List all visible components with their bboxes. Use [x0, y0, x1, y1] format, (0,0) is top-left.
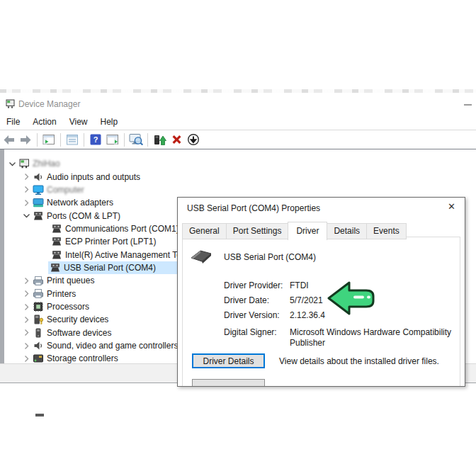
green-arrow-annotation-icon — [327, 279, 376, 321]
tree-item-label-blurred: ZhiHao — [33, 159, 60, 169]
tab-port-settings[interactable]: Port Settings — [226, 223, 289, 239]
forward-icon[interactable] — [18, 132, 33, 147]
driver-provider-value: FTDI — [290, 280, 465, 291]
scan-hardware-icon[interactable] — [128, 132, 144, 147]
speaker-icon — [33, 340, 44, 351]
uninstall-device-icon[interactable] — [169, 132, 184, 147]
console-tree-icon[interactable] — [41, 132, 57, 147]
tree-item-label: Sound, video and game controllers — [47, 341, 178, 351]
chevron-right-icon[interactable] — [21, 276, 31, 285]
menu-action[interactable]: Action — [26, 113, 62, 130]
storage-controller-icon — [33, 353, 44, 364]
network-adapter-icon — [33, 197, 44, 208]
driver-version-label: Driver Version: — [224, 310, 280, 320]
menu-view[interactable]: View — [63, 113, 94, 130]
selected-row-highlight: USB Serial Port (COM4) — [48, 261, 180, 274]
toolbar-separator — [37, 133, 38, 147]
driver-version-value: 2.12.36.4 — [290, 310, 465, 321]
screenshot-canvas: Device Manager File Action View Help ? — [0, 0, 476, 476]
digital-signer-label: Digital Signer: — [224, 327, 277, 337]
chevron-right-icon[interactable] — [21, 185, 31, 195]
driver-date-value: 5/7/2021 — [290, 295, 465, 306]
port-icon — [51, 223, 62, 234]
chevron-down-icon[interactable] — [7, 159, 17, 169]
cropped-tree-item-icon — [35, 414, 44, 416]
security-device-icon — [33, 314, 44, 325]
tree-item-label: Network adapters — [47, 198, 113, 208]
toolbar-separator — [60, 133, 61, 147]
chevron-right-icon[interactable] — [21, 302, 31, 312]
printer-icon — [33, 288, 44, 300]
tree-item-label: Printers — [47, 289, 76, 299]
tree-item-label: Print queues — [47, 276, 94, 285]
usb-serial-port-properties-dialog: USB Serial Port (COM4) Properties ✕ Gene… — [177, 197, 465, 387]
tree-item-label: Security devices — [47, 314, 108, 324]
tree-item-label: Audio inputs and outputs — [47, 172, 140, 182]
dialog-title: USB Serial Port (COM4) Properties — [187, 203, 320, 213]
tree-item-label: Intel(R) Active Management Te — [65, 250, 181, 260]
driver-provider-label: Driver Provider: — [224, 280, 283, 290]
tree-item-label: Storage controllers — [47, 353, 118, 363]
tree-item-label: Communications Port (COM1) — [65, 224, 179, 234]
monitor-icon — [33, 184, 44, 196]
computer-root-icon — [18, 158, 30, 169]
toolbar-separator — [147, 133, 148, 147]
port-icon — [33, 210, 44, 222]
window-title: Device Manager — [18, 99, 80, 109]
digital-signer-value: Microsoft Windows Hardware Compatibility… — [290, 327, 465, 348]
tree-item-label: USB Serial Port (COM4) — [64, 263, 156, 273]
chevron-right-icon[interactable] — [21, 353, 31, 363]
disable-device-icon[interactable] — [186, 132, 201, 147]
toolbar-separator — [84, 133, 84, 147]
tree-item-label: Software devices — [47, 328, 111, 338]
printer-icon — [33, 275, 44, 286]
help-icon[interactable]: ? — [88, 132, 103, 147]
cropped-window-text-strip — [0, 89, 476, 93]
tree-item-label: Processors — [47, 302, 89, 312]
tree-item-label-blurred: Computer — [47, 185, 84, 195]
close-icon[interactable]: ✕ — [448, 202, 455, 212]
tab-driver[interactable]: Driver — [288, 222, 327, 240]
chevron-right-icon[interactable] — [21, 314, 31, 324]
tab-general[interactable]: General — [182, 223, 227, 239]
device-manager-app-icon — [6, 98, 15, 111]
cropped-update-driver-button[interactable] — [192, 379, 265, 387]
properties-window-icon[interactable] — [64, 132, 80, 147]
action-pane-icon[interactable] — [105, 132, 120, 147]
port-icon — [51, 249, 62, 261]
chevron-right-icon[interactable] — [21, 328, 31, 338]
driver-details-button[interactable]: Driver Details — [192, 353, 265, 368]
port-icon — [51, 236, 62, 247]
chevron-right-icon[interactable] — [21, 289, 31, 299]
chevron-right-icon[interactable] — [21, 172, 31, 182]
toolbar-separator — [124, 133, 125, 147]
chevron-down-icon[interactable] — [21, 211, 31, 221]
processor-chip-icon — [33, 301, 44, 312]
chevron-right-icon[interactable] — [21, 341, 31, 351]
menu-file[interactable]: File — [0, 113, 26, 130]
tree-item-computer[interactable]: Computer — [4, 183, 476, 196]
driver-details-caption: View details about the installed driver … — [279, 356, 439, 366]
menu-bar: File Action View Help — [0, 113, 476, 130]
tree-item-label: ECP Printer Port (LPT1) — [65, 237, 156, 246]
title-bar: Device Manager — [0, 94, 476, 113]
update-driver-icon[interactable] — [152, 132, 167, 147]
tab-events[interactable]: Events — [366, 223, 407, 239]
speaker-icon — [33, 171, 44, 183]
tab-details[interactable]: Details — [327, 223, 367, 239]
device-name: USB Serial Port (COM4) — [224, 252, 316, 262]
tree-item-audio-inputs[interactable]: Audio inputs and outputs — [4, 171, 476, 183]
driver-date-label: Driver Date: — [224, 295, 269, 305]
window-left-edge — [0, 149, 4, 382]
tree-item-root-computer[interactable]: ZhiHao — [4, 157, 476, 170]
menu-help[interactable]: Help — [94, 113, 125, 130]
back-icon[interactable] — [1, 132, 16, 147]
tree-item-label: Ports (COM & LPT) — [47, 211, 120, 221]
port-icon — [50, 262, 61, 273]
toolbar: ? — [0, 130, 476, 149]
chevron-right-icon[interactable] — [21, 198, 31, 208]
serial-port-device-icon — [189, 247, 213, 268]
minimize-button[interactable] — [464, 104, 472, 106]
tab-strip: General Port Settings Driver Details Eve… — [182, 222, 406, 239]
software-device-icon — [33, 327, 44, 339]
